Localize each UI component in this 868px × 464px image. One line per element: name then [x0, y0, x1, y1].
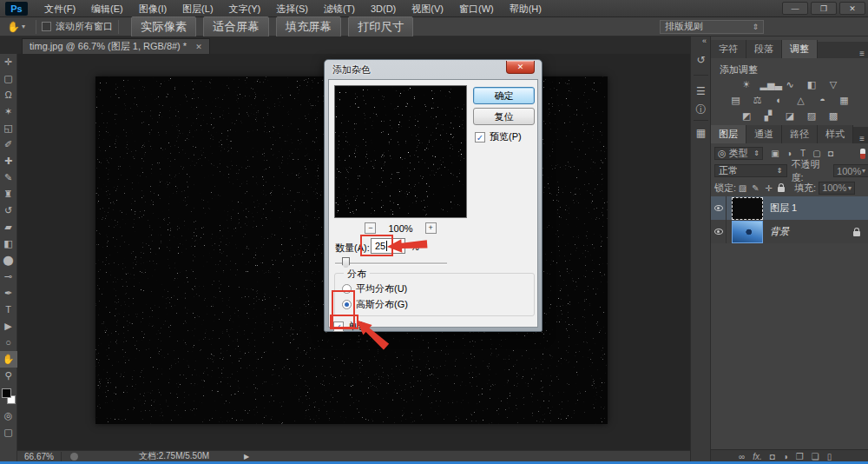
- close-button[interactable]: ✕: [839, 2, 865, 15]
- lock-all-icon[interactable]: [778, 187, 785, 192]
- opacity-field[interactable]: 100% ▾: [833, 164, 868, 177]
- dodge-tool[interactable]: ⊸: [0, 268, 17, 285]
- new-adjustment-layer-icon[interactable]: ◑: [783, 452, 788, 461]
- gradient-tool[interactable]: ◧: [0, 235, 17, 252]
- filter-adjustment-layers-icon[interactable]: ◑: [782, 149, 796, 158]
- zoom-percent-field[interactable]: 66.67%: [17, 452, 62, 461]
- fill-field[interactable]: 100% ▾: [819, 182, 855, 195]
- zoom-out-button[interactable]: −: [365, 222, 376, 234]
- curves-icon[interactable]: ∿: [782, 78, 799, 91]
- menu-help[interactable]: 帮助(H): [502, 0, 549, 17]
- layers-panel-menu-icon[interactable]: ≡: [859, 134, 865, 143]
- menu-3d[interactable]: 3D(D): [363, 0, 404, 17]
- quick-mask-button[interactable]: ◎: [0, 408, 17, 424]
- restore-button[interactable]: ❐: [811, 2, 837, 15]
- zoom-tool[interactable]: ⚲: [0, 368, 17, 384]
- scroll-all-windows-checkbox[interactable]: [42, 22, 51, 31]
- layer1-thumbnail[interactable]: [732, 197, 763, 220]
- invert-icon[interactable]: ◩: [739, 109, 755, 123]
- history-brush-tool[interactable]: ↺: [0, 202, 17, 219]
- threshold-icon[interactable]: ◪: [782, 109, 799, 123]
- exposure-icon[interactable]: ◧: [804, 78, 820, 91]
- arrange-dropdown[interactable]: 排版规则 ⇕: [660, 20, 764, 34]
- new-group-icon[interactable]: ❐: [796, 452, 804, 461]
- print-size-button[interactable]: 打印尺寸: [348, 17, 413, 37]
- panel-menu-icon[interactable]: ≡: [859, 49, 865, 58]
- menu-view[interactable]: 视图(V): [404, 0, 451, 17]
- menu-file[interactable]: 文件(F): [36, 0, 83, 17]
- eraser-tool[interactable]: ▰: [0, 219, 17, 235]
- tab-paths[interactable]: 路径: [782, 125, 818, 143]
- foreground-color-swatch[interactable]: [2, 388, 11, 398]
- hand-tool[interactable]: ✋: [0, 351, 17, 368]
- blur-tool[interactable]: ⬤: [0, 252, 17, 268]
- layer-name[interactable]: 背景: [770, 225, 789, 238]
- menu-type[interactable]: 文字(Y): [221, 0, 269, 17]
- channel-mixer-icon[interactable]: ◓: [814, 94, 831, 107]
- lasso-tool[interactable]: Ω: [0, 87, 17, 103]
- path-select-tool[interactable]: ▶: [0, 318, 17, 335]
- eyedropper-tool[interactable]: ✐: [0, 136, 17, 153]
- layer-name[interactable]: 图层 1: [770, 202, 797, 215]
- status-menu-arrow-icon[interactable]: ▶: [244, 453, 249, 461]
- move-tool[interactable]: ✛: [0, 54, 17, 70]
- layer-style-icon[interactable]: fx.: [753, 452, 762, 461]
- tab-layers[interactable]: 图层: [711, 125, 746, 143]
- add-layer-mask-icon[interactable]: ◘: [770, 452, 775, 461]
- tab-character[interactable]: 字符: [711, 40, 746, 58]
- layer-filter-toggle[interactable]: [860, 149, 865, 159]
- link-layers-icon[interactable]: ∞: [739, 452, 745, 461]
- noise-preview[interactable]: [334, 85, 467, 218]
- magic-wand-tool[interactable]: ✶: [0, 103, 17, 120]
- lock-position-icon[interactable]: ✛: [762, 183, 775, 193]
- tab-adjustments[interactable]: 调整: [782, 40, 818, 58]
- clone-stamp-tool[interactable]: ♜: [0, 186, 17, 202]
- photo-filter-icon[interactable]: △: [792, 94, 809, 107]
- filter-smart-objects-icon[interactable]: ◘: [824, 149, 838, 158]
- expand-panels-icon[interactable]: «: [702, 36, 707, 45]
- levels-icon[interactable]: ▂▅▃: [760, 78, 777, 91]
- pen-tool[interactable]: ✒: [0, 285, 17, 302]
- properties-panel-icon[interactable]: ☰: [691, 85, 711, 97]
- minimize-button[interactable]: —: [782, 2, 808, 15]
- styles-panel-icon[interactable]: ▦: [691, 127, 711, 139]
- menu-image[interactable]: 图像(I): [131, 0, 174, 17]
- chevron-down-icon[interactable]: ▾: [22, 23, 25, 30]
- zoom-in-button[interactable]: +: [425, 222, 437, 234]
- visibility-toggle[interactable]: [711, 220, 727, 243]
- type-tool[interactable]: T: [0, 302, 17, 318]
- crop-tool[interactable]: ◱: [0, 120, 17, 136]
- hue-saturation-icon[interactable]: ▤: [727, 94, 744, 107]
- amount-slider[interactable]: [335, 262, 447, 265]
- marquee-tool[interactable]: ▢: [0, 70, 17, 87]
- posterize-icon[interactable]: ▞: [760, 109, 777, 123]
- new-layer-icon[interactable]: ❏: [812, 452, 819, 461]
- menu-filter[interactable]: 滤镜(T): [316, 0, 363, 17]
- filter-shape-layers-icon[interactable]: ▢: [810, 149, 824, 158]
- color-balance-icon[interactable]: ⚖: [749, 94, 766, 107]
- gradient-map-icon[interactable]: ▨: [804, 109, 820, 123]
- selective-color-icon[interactable]: ▩: [825, 109, 842, 123]
- preview-checkbox[interactable]: ✓: [475, 132, 485, 143]
- info-panel-icon[interactable]: ⓘ: [691, 103, 711, 117]
- color-swatches[interactable]: [0, 387, 17, 408]
- fill-screen-button[interactable]: 填充屏幕: [276, 17, 341, 37]
- history-panel-icon[interactable]: ↺: [691, 54, 711, 66]
- lock-pixels-icon[interactable]: ✎: [749, 183, 762, 193]
- brightness-contrast-icon[interactable]: ☀: [739, 78, 755, 91]
- layer-row-layer1[interactable]: 图层 1: [711, 196, 868, 220]
- filter-type-layers-icon[interactable]: T: [796, 149, 810, 158]
- menu-select[interactable]: 选择(S): [268, 0, 316, 17]
- screen-mode-button[interactable]: ▢: [0, 424, 17, 441]
- tab-close-icon[interactable]: ✕: [195, 43, 202, 51]
- dialog-close-button[interactable]: ✕: [506, 61, 535, 74]
- tab-styles[interactable]: 样式: [818, 125, 853, 143]
- visibility-toggle[interactable]: [711, 196, 727, 220]
- tab-channels[interactable]: 通道: [746, 125, 782, 143]
- filter-pixel-layers-icon[interactable]: ▣: [768, 149, 782, 158]
- vibrance-icon[interactable]: ▽: [825, 78, 842, 91]
- color-lookup-icon[interactable]: ▦: [836, 94, 852, 107]
- menu-edit[interactable]: 编辑(E): [83, 0, 131, 17]
- background-thumbnail[interactable]: [732, 221, 763, 243]
- tab-paragraph[interactable]: 段落: [746, 40, 782, 58]
